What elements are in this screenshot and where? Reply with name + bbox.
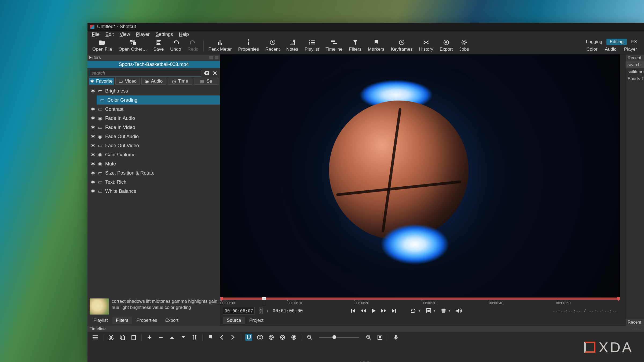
marker-button[interactable] [207, 334, 214, 341]
player-tab-project[interactable]: Project [246, 317, 267, 324]
favorite-star-icon[interactable]: ✱ [91, 106, 95, 112]
timeline-panel-header[interactable]: Timeline ····· [87, 326, 644, 332]
timeline-button[interactable]: Timeline [322, 38, 346, 53]
rewind-button[interactable] [360, 308, 366, 313]
zoom-in-button[interactable] [365, 334, 372, 341]
filter-item[interactable]: ✱◉Fade Out Audio [87, 132, 220, 141]
titlebar[interactable]: Untitled* - Shotcut [87, 23, 644, 31]
mode-color-button[interactable]: Color [583, 46, 601, 53]
favorite-star-icon[interactable]: ✱ [91, 161, 95, 167]
filter-tab-set[interactable]: ▤Se [194, 78, 218, 85]
remove-button[interactable] [157, 334, 164, 341]
ripple-all-button[interactable] [279, 334, 286, 341]
filter-item[interactable]: ✱◉Fade In Audio [87, 114, 220, 123]
close-filter-chooser-button[interactable] [211, 70, 218, 77]
mode-fx-button[interactable]: FX [628, 39, 640, 45]
timecode-spinner[interactable]: ▲▼ [259, 308, 263, 314]
in-point-marker[interactable] [220, 297, 223, 301]
open-other-button[interactable]: Open Other… [115, 38, 150, 53]
favorite-star-icon[interactable]: ✱ [91, 134, 95, 139]
filter-item[interactable]: ▭Color Grading [97, 95, 220, 105]
export-button[interactable]: Export [437, 38, 456, 53]
clear-search-button[interactable] [203, 70, 210, 77]
menu-help[interactable]: Help [176, 31, 192, 38]
cut-button[interactable] [108, 334, 115, 341]
bottom-tab-properties[interactable]: Properties [133, 317, 161, 324]
filter-item[interactable]: ✱▭Fade Out Video [87, 141, 220, 150]
split-button[interactable] [191, 334, 198, 341]
zoom-fit-timeline-button[interactable] [376, 334, 383, 341]
zoom-menu-caret-icon[interactable]: ▼ [433, 309, 436, 313]
filter-item[interactable]: ✱▭Text: Rich [87, 178, 220, 187]
ripple-button[interactable] [268, 334, 275, 341]
favorite-star-icon[interactable]: ✱ [91, 115, 95, 121]
favorite-star-icon[interactable]: ✱ [91, 179, 95, 185]
menu-settings[interactable]: Settings [153, 31, 176, 38]
skip-previous-button[interactable] [350, 308, 356, 313]
copy-button[interactable] [119, 334, 126, 341]
recent-item[interactable]: search [625, 61, 644, 68]
recent-button[interactable]: Recent [262, 38, 283, 53]
out-point-marker[interactable] [617, 297, 620, 301]
recent-item[interactable]: Sports-Tec [625, 75, 644, 82]
volume-button[interactable] [456, 308, 462, 313]
filter-tab-favorite[interactable]: ✱Favorite [89, 78, 114, 85]
overwrite-button[interactable] [180, 334, 187, 341]
current-timecode-input[interactable] [223, 307, 255, 315]
fast-forward-button[interactable] [381, 308, 387, 313]
filter-tab-video[interactable]: ▭Video [115, 78, 140, 85]
skip-next-button[interactable] [391, 308, 397, 313]
history-button[interactable]: History [416, 38, 437, 53]
filter-item[interactable]: ✱◉Gain / Volume [87, 150, 220, 159]
menu-file[interactable]: File [89, 31, 102, 38]
scrub-audio-button[interactable] [257, 334, 264, 341]
save-button[interactable]: Save [150, 38, 167, 53]
next-marker-button[interactable] [229, 334, 236, 341]
prev-marker-button[interactable] [218, 334, 225, 341]
paste-button[interactable] [130, 334, 137, 341]
playhead[interactable] [262, 297, 266, 305]
favorite-star-icon[interactable]: ✱ [91, 152, 95, 158]
filter-item[interactable]: ✱▭Brightness [87, 86, 220, 95]
timeline-menu-button[interactable] [92, 334, 99, 341]
grid-menu-caret-icon[interactable]: ▼ [448, 309, 451, 313]
menu-view[interactable]: View [117, 31, 133, 38]
filter-item[interactable]: ✱▭Size, Position & Rotate [87, 168, 220, 178]
play-button[interactable] [371, 308, 376, 313]
filter-item[interactable]: ✱▭White Balance [87, 187, 220, 196]
favorite-star-icon[interactable]: ✱ [91, 170, 95, 176]
favorite-star-icon[interactable]: ✱ [91, 188, 95, 194]
jobs-button[interactable]: Jobs [456, 38, 472, 53]
favorite-star-icon[interactable]: ✱ [91, 88, 95, 94]
filter-item[interactable]: ✱▭Contrast [87, 105, 220, 114]
snap-button[interactable] [245, 334, 252, 341]
zoom-slider[interactable] [319, 337, 359, 338]
redo-button[interactable]: Redo [184, 38, 202, 53]
record-audio-button[interactable] [392, 334, 399, 341]
keyframes-button[interactable]: Keyframes [387, 38, 416, 53]
recent-item[interactable]: scifitunnel [625, 68, 644, 75]
loop-button[interactable] [410, 308, 416, 313]
mode-editing-button[interactable]: Editing [606, 39, 627, 45]
lift-button[interactable] [169, 334, 175, 341]
bottom-tab-filters[interactable]: Filters [112, 317, 132, 324]
filter-tab-audio[interactable]: ◉Audio [141, 78, 166, 85]
notes-button[interactable]: Notes [283, 38, 301, 53]
bottom-tab-playlist[interactable]: Playlist [90, 317, 112, 324]
ripple-markers-button[interactable] [290, 334, 297, 341]
zoom-fit-button[interactable] [426, 308, 431, 313]
open-file-button[interactable]: Open File [89, 38, 115, 53]
filter-tab-time[interactable]: ◷Time [168, 78, 192, 85]
filters-button[interactable]: Filters [346, 38, 365, 53]
peak-meter-button[interactable]: Peak Meter [205, 38, 235, 53]
loop-menu-caret-icon[interactable]: ▼ [418, 309, 421, 313]
favorite-star-icon[interactable]: ✱ [91, 143, 95, 149]
markers-button[interactable]: Markers [365, 38, 387, 53]
panel-close-icon[interactable] [215, 56, 218, 59]
panel-float-icon[interactable] [209, 56, 213, 59]
mode-player-button[interactable]: Player [621, 46, 640, 53]
mode-audio-button[interactable]: Audio [602, 46, 620, 53]
recent-tab[interactable]: Recent [625, 319, 644, 326]
bottom-tab-export[interactable]: Export [162, 317, 182, 324]
grid-button[interactable] [441, 308, 446, 313]
